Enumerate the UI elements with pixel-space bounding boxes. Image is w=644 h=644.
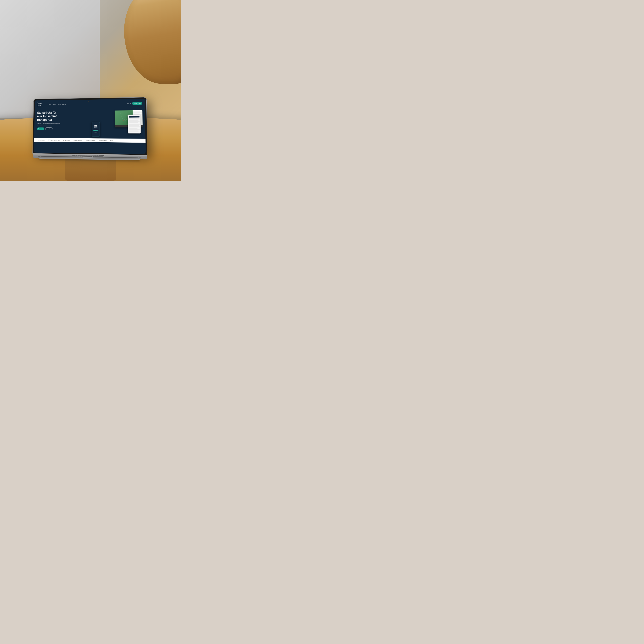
svg-line-0 (120, 112, 123, 121)
svg-line-2 (122, 116, 127, 122)
press-logo-byggindustrin: BYGGINDUSTRIN (37, 140, 45, 141)
nav-start[interactable]: Start (49, 104, 51, 105)
phone-btn: Skapa konto (93, 130, 98, 131)
hero-section: Samarbeta för mer lönsamma transporter L… (34, 108, 145, 139)
nav-kontakt[interactable]: Kontakt (62, 104, 66, 105)
mockup-tablet (128, 115, 141, 133)
tablet-content (128, 115, 140, 133)
touchpad (83, 157, 93, 158)
hero-demo-button[interactable]: Boka demo (45, 127, 53, 130)
mockup-tablet-screen (128, 115, 140, 133)
press-logo-akeritidning: ÅKERITIDNING (99, 140, 107, 141)
hero-buttons: Skapa konto Boka demo (37, 127, 88, 130)
hero-signup-button[interactable]: Skapa konto (37, 127, 44, 130)
screen-bezel: logic link. Start FAQ ↗ Press Kontakt Lo… (34, 99, 146, 154)
press-logo-transport: transport nytt (48, 140, 60, 141)
hero-text: Samarbeta för mer lönsamma transporter L… (37, 110, 88, 130)
laptop: logic link. Start FAQ ↗ Press Kontakt Lo… (33, 97, 147, 160)
phone-logo: logiclink. (94, 125, 97, 128)
nav-right: Logga in Skapa konto (126, 102, 142, 105)
signup-button[interactable]: Skapa konto (132, 102, 142, 105)
chair-back (124, 0, 181, 84)
press-logos-bar: BYGGINDUSTRIN transport nytt svt NYHETER… (34, 138, 146, 143)
nav-bar: logic link. Start FAQ ↗ Press Kontakt Lo… (35, 99, 145, 109)
website-content: logic link. Start FAQ ↗ Press Kontakt Lo… (34, 99, 146, 154)
background-scene: logic link. Start FAQ ↗ Press Kontakt Lo… (0, 0, 181, 181)
laptop-screen-lid: logic link. Start FAQ ↗ Press Kontakt Lo… (33, 97, 147, 155)
nav-faq[interactable]: FAQ ↗ (52, 104, 56, 105)
device-mockups: logiclink. Skapa konto Boka demo (88, 110, 143, 139)
nav-links: Start FAQ ↗ Press Kontakt (49, 104, 66, 105)
press-logo-dagens: DAGENS LOGISTIK (86, 140, 96, 141)
hero-description: Logic Link är den oberoende samarbetspla… (37, 123, 63, 126)
mockup-phone: logiclink. Skapa konto Boka demo (92, 122, 100, 137)
press-logo-svt: svt NYHETER (63, 140, 70, 141)
nav-press[interactable]: Press (58, 104, 61, 105)
press-logo-bygg: BYGG (110, 140, 113, 141)
press-logo-infrastruktur: INFRASTRUKTUR (73, 140, 82, 141)
svg-point-4 (123, 120, 124, 121)
logo: logic link. (37, 102, 43, 107)
login-button[interactable]: Logga in (126, 103, 131, 104)
mockup-phone-screen: logiclink. Skapa konto Boka demo (92, 122, 99, 136)
hero-title: Samarbeta för mer lönsamma transporter (37, 111, 88, 122)
